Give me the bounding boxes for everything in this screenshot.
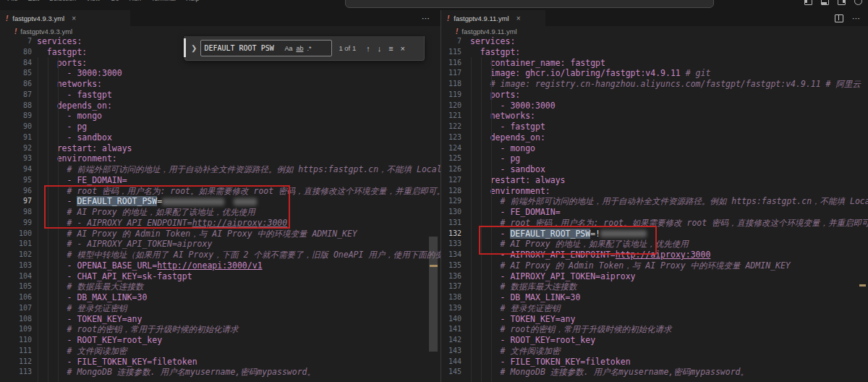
code-line[interactable]: 89 - mongo [0,111,441,122]
code-line[interactable]: 87 - fastgpt [0,90,441,101]
code-line[interactable]: 85 - 3000:3000 [0,68,441,79]
code-line[interactable]: 7services: [441,36,868,47]
find-in-selection-icon[interactable]: ≡ [388,44,393,53]
menu-item-help[interactable]: Help [186,0,200,5]
menu-item-run[interactable]: Run [129,0,141,5]
line-number: 130 [441,207,461,218]
tab-fastgptv4.9.3[interactable]: ! fastgptv4.9.3.yml × [0,10,130,26]
code-line[interactable]: 110 - ROOT_KEY=root_key [0,335,441,346]
customize-layout-icon[interactable] [854,0,862,5]
code-segment: # - AIPROXY_API_TOKEN=aiproxy [37,239,212,249]
code-line[interactable]: 100 # AI Proxy 的 Admin Token，与 AI Proxy … [0,229,441,239]
code-line[interactable]: 106 - DB_MAX_LINK=30 [0,292,441,303]
toggle-panel-icon[interactable] [821,0,829,5]
code-line[interactable]: 136 - AIPROXY_API_TOKEN=aiproxy [441,271,868,282]
tab-fastgptv4.9.11[interactable]: ! fastgptv4.9.11.yml × [441,10,545,26]
code-line[interactable]: 119 ports: [441,90,868,101]
command-center[interactable] [345,0,714,8]
code-line[interactable]: 103 - OPENAI_BASE_URL=http://oneapi:3000… [0,260,441,271]
menu-item-selection[interactable]: Selection [49,0,76,5]
code-segment: ports: [470,90,520,100]
code-line[interactable]: 118 # image: registry.cn-hangzhou.aliyun… [441,79,868,90]
code-line[interactable]: 141 # root的密钥，常用于升级时候的初始化请求 [441,324,868,335]
more-actions-icon[interactable]: ⋯ [852,14,861,23]
close-tab-icon[interactable]: × [72,14,76,22]
code-line[interactable]: 94 # 前端外部可访问的地址，用于自动补全文件资源路径。例如 https:fa… [0,164,441,175]
code-line[interactable]: 123 depends_on: [441,132,868,143]
next-match-icon[interactable]: ↓ [378,44,382,53]
code-line[interactable]: 137 # 数据库最大连接数 [441,281,868,292]
line-number: 133 [441,239,461,250]
split-editor-icon[interactable] [835,14,843,22]
line-number: 94 [0,164,32,175]
code-line[interactable]: 90 - pg [0,122,441,132]
code-line[interactable]: 95 - FE_DOMAIN= [0,175,441,186]
code-line[interactable]: 111 # 文件阅读加密 [0,346,441,357]
menu-item-go[interactable]: Go [110,0,119,5]
code-line[interactable]: 128 environment: [441,186,868,197]
code-line[interactable]: 124 - mongo [441,143,868,154]
close-find-icon[interactable]: × [401,44,405,53]
code-line[interactable]: 102 # 模型中转地址（如果用了 AI Proxy，下面 2 个就不需要了，旧… [0,250,441,260]
breadcrumb[interactable]: ! fastgptv4.9.11.yml [441,26,868,36]
code-line[interactable]: 109 # root的密钥，常用于升级时候的初始化请求 [0,324,441,335]
code-line[interactable]: 91 - sandbox [0,132,441,143]
line-number: 120 [441,101,461,111]
close-tab-icon[interactable]: × [516,14,521,22]
code-line[interactable]: 93 environment: [0,153,441,164]
code-line[interactable]: 127 restart: always [441,175,868,186]
code-line[interactable]: 104 - CHAT_API_KEY=sk-fastgpt [0,271,441,282]
code-segment: # 登录凭证密钥 [37,303,127,313]
code-line[interactable]: 135 # AI Proxy 的 Admin Token，与 AI Proxy … [441,260,868,271]
code-line[interactable]: 129 # 前端外部可访问的地址，用于自动补全文件资源路径。例如 https:f… [441,196,868,207]
toggle-sidebar-icon[interactable] [804,0,812,5]
whole-word-icon[interactable]: ab [296,45,303,52]
code-line[interactable]: 112 - FILE_TOKEN_KEY=filetoken [0,357,441,368]
code-line[interactable]: 130 - FE_DOMAIN= [441,207,868,218]
code-line[interactable]: 145 # MongoDB 连接参数. 用户名myusername,密码mypa… [441,367,868,378]
code-segment: - CHAT_API_KEY=sk-fastgpt [37,271,192,281]
code-line[interactable]: 140 - TOKEN_KEY=any [441,314,868,325]
editor-content-right[interactable]: 7services:115 fastgpt:116 container_name… [441,36,868,382]
code-line[interactable]: 139 # 登录凭证密钥 [441,303,868,314]
code-line[interactable]: 107 # 登录凭证密钥 [0,303,441,314]
code-line[interactable]: 138 - DB_MAX_LINK=30 [441,292,868,303]
line-number: 111 [0,346,32,357]
code-line[interactable]: 142 - ROOT_KEY=root_key [441,335,868,346]
breadcrumb[interactable]: ! fastgptv4.9.3.yml [0,26,441,36]
code-line[interactable]: 120 - 3000:3000 [441,101,868,111]
menu-item-view[interactable]: View [86,0,100,5]
menu-item-edit[interactable]: Edit [28,0,40,5]
menu-item-terminal[interactable]: Terminal [151,0,176,5]
code-line[interactable]: 116 container_name: fastgpt [441,58,868,69]
code-segment: # AI Proxy 的 Admin Token，与 AI Proxy 中的环境… [37,229,357,239]
more-actions-icon[interactable]: ⋯ [422,14,430,23]
code-line[interactable]: 113 # MongoDB 连接参数. 用户名myusername,密码mypa… [0,367,441,378]
scrollbar-slider[interactable] [429,237,438,352]
find-input[interactable] [204,44,281,52]
code-text: # 数据库最大连接数 [37,281,143,292]
toggle-secondary-sidebar-icon[interactable] [838,0,846,5]
code-line[interactable]: 121 networks: [441,111,868,122]
code-line[interactable]: 143 # 文件阅读加密 [441,346,868,357]
code-line[interactable]: 115 fastgpt: [441,47,868,58]
code-line[interactable]: 125 - pg [441,153,868,164]
code-line[interactable]: 101 # - AIPROXY_API_TOKEN=aiproxy [0,239,441,250]
find-widget-sash[interactable] [184,38,186,57]
code-line[interactable]: 144 - FILE_TOKEN_KEY=filetoken [441,357,868,368]
previous-match-icon[interactable]: ↑ [366,44,370,53]
code-line[interactable]: 88 depends_on: [0,101,441,111]
code-line[interactable]: 105 # 数据库最大连接数 [0,281,441,292]
code-line[interactable]: 108 - TOKEN_KEY=any [0,314,441,325]
code-line[interactable]: 92 restart: always [0,143,441,154]
code-line[interactable]: 126 - sandbox [441,164,868,175]
toggle-replace-icon[interactable]: ❯ [191,44,197,52]
code-line[interactable]: 86 networks: [0,79,441,90]
code-text: - FILE_TOKEN_KEY=filetoken [37,357,197,368]
code-line[interactable]: 122 - fastgpt [441,122,868,132]
code-text: fastgpt: [470,47,520,58]
code-line[interactable]: 117 image: ghcr.io/labring/fastgpt:v4.9.… [441,68,868,79]
match-case-icon[interactable]: Aa [284,45,292,52]
regex-icon[interactable]: .* [307,45,311,52]
menu-item-file[interactable]: File [7,0,18,5]
